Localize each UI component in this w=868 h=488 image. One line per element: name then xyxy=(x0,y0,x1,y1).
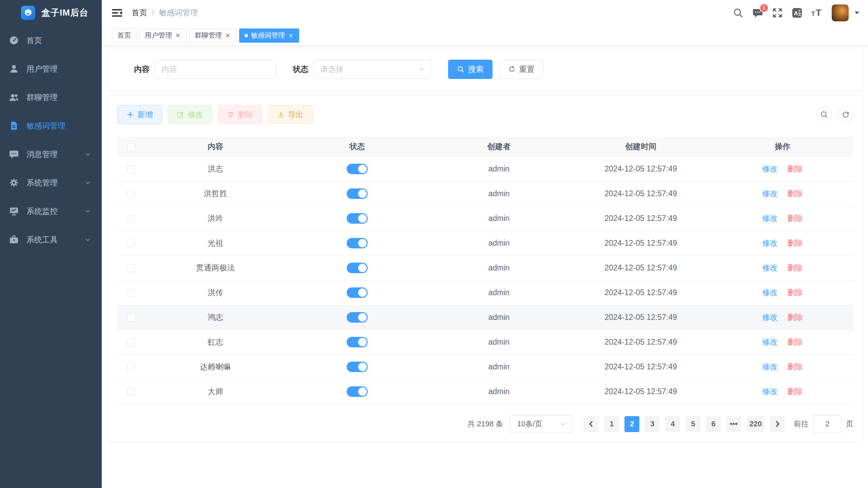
status-toggle[interactable] xyxy=(347,238,368,248)
row-checkbox[interactable] xyxy=(127,165,135,173)
tab-敏感词管理[interactable]: 敏感词管理 xyxy=(239,28,299,43)
tab-群聊管理[interactable]: 群聊管理 xyxy=(189,28,236,43)
cell-content: 大师 xyxy=(144,379,286,404)
row-checkbox[interactable] xyxy=(127,363,135,371)
delete-link[interactable]: 删除 xyxy=(787,338,803,346)
add-button[interactable]: 新增 xyxy=(117,105,162,124)
tab-首页[interactable]: 首页 xyxy=(112,28,136,43)
edit-link[interactable]: 修改 xyxy=(762,214,778,223)
status-toggle[interactable] xyxy=(347,188,368,199)
cell-created-at: 2024-12-05 12:57:49 xyxy=(570,256,712,280)
edit-link[interactable]: 修改 xyxy=(762,288,778,297)
status-toggle[interactable] xyxy=(347,386,368,397)
row-checkbox[interactable] xyxy=(127,314,135,322)
delete-link[interactable]: 删除 xyxy=(787,164,803,173)
user-avatar[interactable] xyxy=(832,4,849,21)
breadcrumb: 首页 / 敏感词管理 xyxy=(132,7,198,18)
edit-link[interactable]: 修改 xyxy=(762,387,778,396)
sidebar: 盒子IM后台 首页 用户管理 群聊管理 敏感词管理 消息管理 系统管理 xyxy=(0,0,102,488)
sidebar-item-document[interactable]: 敏感词管理 xyxy=(0,111,102,140)
reset-button[interactable]: 重置 xyxy=(499,60,543,79)
status-toggle[interactable] xyxy=(347,312,368,323)
status-select[interactable]: 请选择 xyxy=(313,60,432,79)
edit-link[interactable]: 修改 xyxy=(762,239,778,247)
status-toggle[interactable] xyxy=(347,287,368,298)
edit-button[interactable]: 修改 xyxy=(168,105,212,124)
font-size-icon[interactable]: TT xyxy=(809,5,825,21)
row-checkbox[interactable] xyxy=(127,339,135,346)
sidebar-item-toolbox[interactable]: 系统工具 xyxy=(0,225,102,254)
refresh-table-icon[interactable] xyxy=(837,107,853,123)
search-button[interactable]: 搜索 xyxy=(448,60,493,79)
page-button[interactable]: 4 xyxy=(665,416,680,432)
user-menu-caret-icon[interactable] xyxy=(854,10,860,16)
next-page-button[interactable] xyxy=(770,416,785,432)
page-button[interactable]: 6 xyxy=(706,416,721,432)
table-row: 洪吟 admin 2024-12-05 12:57:49 修改 删除 xyxy=(117,206,853,231)
delete-link[interactable]: 删除 xyxy=(787,189,803,198)
breadcrumb-home[interactable]: 首页 xyxy=(132,7,147,18)
page-size-select[interactable]: 10条/页 xyxy=(510,415,573,433)
row-checkbox[interactable] xyxy=(127,215,135,223)
edit-link[interactable]: 修改 xyxy=(762,263,778,272)
delete-link[interactable]: 删除 xyxy=(787,239,803,247)
export-button[interactable]: 导出 xyxy=(268,105,313,124)
prev-page-button[interactable] xyxy=(584,416,599,432)
delete-link[interactable]: 删除 xyxy=(787,263,803,272)
delete-link[interactable]: 删除 xyxy=(787,288,803,297)
close-icon[interactable] xyxy=(175,33,181,38)
delete-link[interactable]: 删除 xyxy=(787,362,803,371)
row-checkbox[interactable] xyxy=(127,190,135,198)
close-icon[interactable] xyxy=(225,33,231,38)
row-checkbox[interactable] xyxy=(127,388,135,396)
status-toggle[interactable] xyxy=(347,337,368,347)
delete-link[interactable]: 删除 xyxy=(787,387,803,396)
app-logo[interactable]: 盒子IM后台 xyxy=(0,0,102,25)
row-checkbox[interactable] xyxy=(127,289,135,297)
page-button[interactable]: 5 xyxy=(686,416,700,432)
sidebar-item-gear[interactable]: 系统管理 xyxy=(0,168,102,197)
page-button[interactable]: 1 xyxy=(604,416,619,432)
select-all-header xyxy=(117,137,144,157)
select-all-checkbox[interactable] xyxy=(127,143,135,151)
edit-link[interactable]: 修改 xyxy=(762,313,778,322)
chevron-down-icon xyxy=(84,207,92,215)
user-icon xyxy=(9,64,19,74)
sidebar-item-monitor[interactable]: 系统监控 xyxy=(0,197,102,225)
fullscreen-icon[interactable] xyxy=(769,5,786,21)
messages-icon[interactable]: 1 xyxy=(750,5,766,21)
sidebar-item-label: 首页 xyxy=(26,35,42,46)
row-checkbox[interactable] xyxy=(127,264,135,272)
edit-link[interactable]: 修改 xyxy=(762,338,778,346)
status-toggle[interactable] xyxy=(347,263,368,273)
delete-link[interactable]: 删除 xyxy=(787,313,803,322)
page-button[interactable]: 3 xyxy=(645,416,660,432)
edit-link[interactable]: 修改 xyxy=(762,189,778,198)
tab-用户管理[interactable]: 用户管理 xyxy=(139,28,186,43)
search-icon[interactable] xyxy=(730,5,746,21)
table-header-row: 内容状态创建者创建时间操作 xyxy=(117,137,853,157)
status-toggle[interactable] xyxy=(347,213,368,224)
table-row: 洪传 admin 2024-12-05 12:57:49 修改 删除 xyxy=(117,280,853,305)
sidebar-item-dashboard[interactable]: 首页 xyxy=(0,26,102,55)
page-button[interactable]: 220 xyxy=(747,416,765,432)
status-toggle[interactable] xyxy=(347,164,368,174)
delete-link[interactable]: 删除 xyxy=(787,214,803,223)
edit-link[interactable]: 修改 xyxy=(762,362,778,371)
goto-page-input[interactable] xyxy=(813,415,841,433)
sidebar-item-message[interactable]: 消息管理 xyxy=(0,140,102,168)
status-toggle[interactable] xyxy=(347,362,368,372)
delete-button[interactable]: 删除 xyxy=(218,105,263,124)
translate-icon[interactable]: A文 xyxy=(789,5,805,21)
sidebar-collapse-icon[interactable] xyxy=(111,7,123,19)
pagination-ellipsis[interactable]: ••• xyxy=(726,416,741,432)
sidebar-item-user[interactable]: 用户管理 xyxy=(0,55,102,83)
content-input[interactable] xyxy=(154,60,276,79)
cell-creator: admin xyxy=(428,305,570,330)
sidebar-item-users[interactable]: 群聊管理 xyxy=(0,83,102,111)
close-icon[interactable] xyxy=(288,33,294,38)
page-button[interactable]: 2 xyxy=(624,416,639,432)
show-search-icon[interactable] xyxy=(816,107,832,123)
row-checkbox[interactable] xyxy=(127,240,135,247)
edit-link[interactable]: 修改 xyxy=(762,164,778,173)
